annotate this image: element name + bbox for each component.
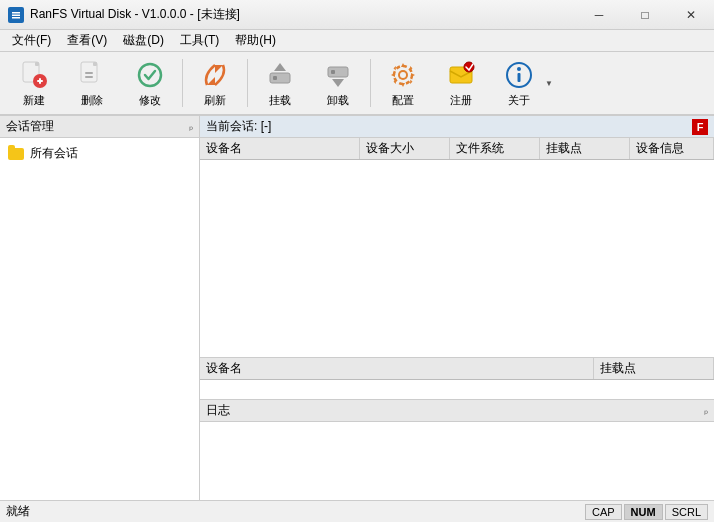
svg-rect-5 <box>35 62 39 66</box>
sidebar-content: 所有会话 <box>0 138 199 500</box>
toolbar-delete-label: 删除 <box>81 93 103 108</box>
app-icon <box>8 7 24 23</box>
svg-rect-1 <box>12 12 20 14</box>
svg-rect-15 <box>273 76 277 80</box>
toolbar-new-button[interactable]: 新建 <box>6 55 62 111</box>
toolbar-about-button[interactable]: 关于 <box>491 55 547 111</box>
toolbar-modify-label: 修改 <box>139 93 161 108</box>
col-header-device-info: 设备信息 <box>630 138 714 159</box>
register-icon <box>445 59 477 91</box>
svg-rect-28 <box>518 73 521 82</box>
svg-marker-16 <box>274 63 286 71</box>
right-panel: 当前会话: [-] F 设备名 设备大小 文件系统 挂载点 设备信息 设备名 挂… <box>200 116 714 500</box>
log-pin[interactable]: ₚ <box>704 405 708 416</box>
menu-bar: 文件(F) 查看(V) 磁盘(D) 工具(T) 帮助(H) <box>0 30 714 52</box>
menu-disk[interactable]: 磁盘(D) <box>115 30 172 52</box>
window-controls: ─ □ ✕ <box>576 0 714 30</box>
title-bar: RanFS Virtual Disk - V1.0.0.0 - [未连接] ─ … <box>0 0 714 30</box>
log-content <box>200 422 714 500</box>
num-indicator: NUM <box>624 504 663 520</box>
toolbar-unmount-label: 卸载 <box>327 93 349 108</box>
col-header-size: 设备大小 <box>360 138 450 159</box>
toolbar-mount-label: 挂载 <box>269 93 291 108</box>
toolbar-refresh-label: 刷新 <box>204 93 226 108</box>
status-text: 就绪 <box>6 503 30 520</box>
toolbar-delete-button[interactable]: 删除 <box>64 55 120 111</box>
sidebar-item-all-sessions[interactable]: 所有会话 <box>0 142 199 165</box>
toolbar-mount-button[interactable]: 挂载 <box>252 55 308 111</box>
status-indicators: CAP NUM SCRL <box>583 504 708 520</box>
toolbar-register-label: 注册 <box>450 93 472 108</box>
refresh-icon <box>199 59 231 91</box>
sidebar-pin[interactable]: ₚ <box>189 121 193 132</box>
status-bar: 就绪 CAP NUM SCRL <box>0 500 714 522</box>
config-icon <box>387 59 419 91</box>
toolbar-sep-3 <box>370 59 371 107</box>
toolbar-unmount-button[interactable]: 卸载 <box>310 55 366 111</box>
bottom-table-header: 设备名 挂载点 <box>200 358 714 380</box>
main-table-area: 设备名 设备大小 文件系统 挂载点 设备信息 <box>200 138 714 358</box>
main-area: 会话管理 ₚ 所有会话 当前会话: [-] F 设备名 设备大小 文件系统 挂载… <box>0 116 714 500</box>
svg-rect-8 <box>39 78 41 84</box>
sidebar-title: 会话管理 <box>6 118 54 135</box>
col-header-filesystem: 文件系统 <box>450 138 540 159</box>
svg-rect-2 <box>12 14 20 16</box>
menu-help[interactable]: 帮助(H) <box>227 30 284 52</box>
col-header-device-name: 设备名 <box>200 138 360 159</box>
toolbar-sep-2 <box>247 59 248 107</box>
session-header: 当前会话: [-] F <box>200 116 714 138</box>
session-f-button[interactable]: F <box>692 119 708 135</box>
toolbar-config-label: 配置 <box>392 93 414 108</box>
toolbar: 新建 删除 修改 <box>0 52 714 116</box>
col-header-mountpoint: 挂载点 <box>540 138 630 159</box>
svg-rect-11 <box>85 72 93 74</box>
bottom-table: 设备名 挂载点 <box>200 358 714 400</box>
toolbar-about-label: 关于 <box>508 93 530 108</box>
main-table-body <box>200 160 714 357</box>
svg-point-27 <box>517 67 521 71</box>
folder-icon <box>8 148 24 160</box>
svg-rect-3 <box>12 17 20 19</box>
bottom-col-header-mount: 挂载点 <box>594 358 714 379</box>
maximize-button[interactable]: □ <box>622 0 668 30</box>
toolbar-new-label: 新建 <box>23 93 45 108</box>
toolbar-dropdown-arrow[interactable]: ▼ <box>545 79 553 88</box>
close-button[interactable]: ✕ <box>668 0 714 30</box>
menu-view[interactable]: 查看(V) <box>59 30 115 52</box>
svg-rect-10 <box>93 62 97 66</box>
delete-icon <box>76 59 108 91</box>
title-bar-left: RanFS Virtual Disk - V1.0.0.0 - [未连接] <box>8 6 240 23</box>
log-header: 日志 ₚ <box>200 400 714 422</box>
menu-file[interactable]: 文件(F) <box>4 30 59 52</box>
log-area: 日志 ₚ <box>200 400 714 500</box>
svg-rect-12 <box>85 76 93 78</box>
about-icon <box>503 59 535 91</box>
unmount-icon <box>322 59 354 91</box>
main-table-header: 设备名 设备大小 文件系统 挂载点 设备信息 <box>200 138 714 160</box>
toolbar-config-button[interactable]: 配置 <box>375 55 431 111</box>
toolbar-register-button[interactable]: 注册 <box>433 55 489 111</box>
toolbar-modify-button[interactable]: 修改 <box>122 55 178 111</box>
window-title: RanFS Virtual Disk - V1.0.0.0 - [未连接] <box>30 6 240 23</box>
bottom-col-header-device: 设备名 <box>200 358 594 379</box>
sidebar-header: 会话管理 ₚ <box>0 116 199 138</box>
scrl-indicator: SCRL <box>665 504 708 520</box>
svg-marker-19 <box>332 79 344 87</box>
modify-icon <box>134 59 166 91</box>
menu-tools[interactable]: 工具(T) <box>172 30 227 52</box>
svg-point-13 <box>139 64 161 86</box>
sidebar: 会话管理 ₚ 所有会话 <box>0 116 200 500</box>
svg-rect-18 <box>331 70 335 74</box>
log-title: 日志 <box>206 402 230 419</box>
minimize-button[interactable]: ─ <box>576 0 622 30</box>
bottom-table-body <box>200 380 714 400</box>
cap-indicator: CAP <box>585 504 622 520</box>
mount-icon <box>264 59 296 91</box>
session-title: 当前会话: [-] <box>206 118 271 135</box>
toolbar-sep-1 <box>182 59 183 107</box>
svg-point-23 <box>400 72 406 78</box>
toolbar-refresh-button[interactable]: 刷新 <box>187 55 243 111</box>
new-icon <box>18 59 50 91</box>
sidebar-item-label: 所有会话 <box>30 145 78 162</box>
